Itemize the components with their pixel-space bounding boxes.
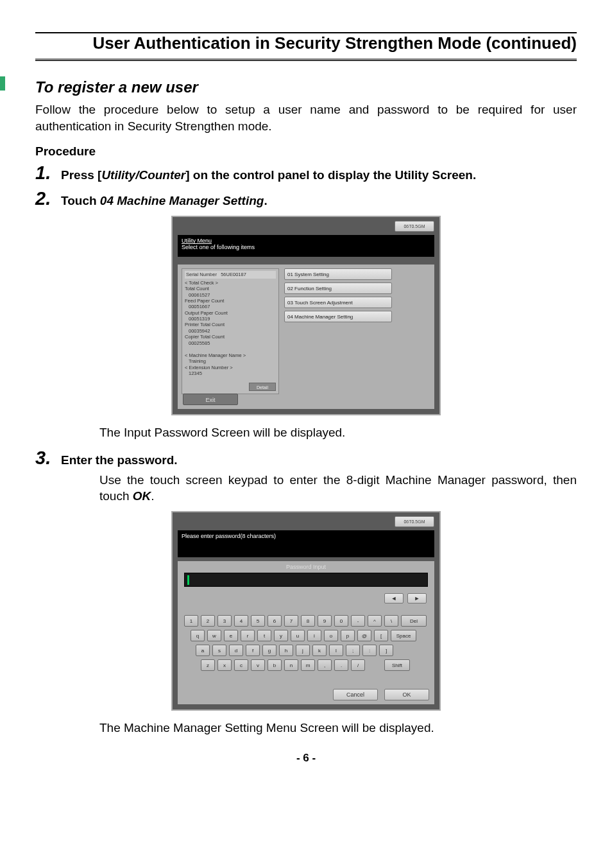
key-bracket-open[interactable]: [ — [374, 630, 388, 641]
step-3-body-em: OK — [133, 489, 151, 503]
utility-menu-buttons: 01 System Setting 02 Function Setting 03… — [284, 268, 392, 325]
section-subtitle: To register a new user — [35, 78, 577, 96]
step-1-text: Press [Utility/Counter] on the control p… — [61, 167, 577, 184]
printer-total-label: Printer Total Count — [185, 322, 276, 327]
exit-button[interactable]: Exit — [183, 394, 238, 405]
utility-menu-body: Serial Number 56UE00187 < Total Check > … — [178, 265, 434, 409]
key-e[interactable]: e — [224, 630, 238, 641]
serial-number-value: 56UE00187 — [221, 272, 246, 277]
key-4[interactable]: 4 — [234, 615, 248, 627]
key-l[interactable]: l — [329, 645, 343, 656]
key-7[interactable]: 7 — [284, 615, 298, 627]
key-a[interactable]: a — [196, 645, 210, 656]
key-bracket-close[interactable]: ] — [379, 645, 393, 656]
machine-manager-name-value: Training — [185, 358, 276, 364]
key-space[interactable]: Space — [391, 630, 416, 641]
key-n[interactable]: n — [284, 659, 298, 671]
step-3: 3. Enter the password. — [35, 447, 577, 469]
key-h[interactable]: h — [279, 645, 293, 656]
copier-total-label: Copier Total Count — [185, 334, 276, 340]
ok-button[interactable]: OK — [384, 689, 429, 700]
key-k[interactable]: k — [312, 645, 327, 656]
password-input-field[interactable] — [184, 573, 428, 587]
key-backslash[interactable]: \ — [384, 615, 398, 627]
key-2[interactable]: 2 — [201, 615, 215, 627]
cursor-right-button[interactable]: ► — [407, 593, 427, 603]
header-underline — [35, 58, 577, 61]
counter-info-panel: Serial Number 56UE00187 < Total Check > … — [182, 268, 279, 394]
keyboard-row-4: z x c v b n m , . / Shift — [184, 659, 428, 671]
after-shot2-text: The Machine Manager Setting Menu Screen … — [99, 720, 577, 736]
key-1[interactable]: 1 — [184, 615, 198, 627]
copier-total-value: 00025585 — [185, 340, 276, 346]
key-x[interactable]: x — [217, 659, 232, 671]
detail-button[interactable]: Detail — [249, 383, 276, 391]
cancel-button[interactable]: Cancel — [333, 689, 378, 700]
key-minus[interactable]: - — [351, 615, 365, 627]
key-caret[interactable]: ^ — [368, 615, 382, 627]
total-check-label: < Total Check > — [185, 280, 276, 286]
key-y[interactable]: y — [274, 630, 288, 641]
key-o[interactable]: o — [324, 630, 338, 641]
key-0[interactable]: 0 — [334, 615, 348, 627]
menu-02-function-setting[interactable]: 02 Function Setting — [284, 282, 392, 294]
key-i[interactable]: i — [307, 630, 321, 641]
key-u[interactable]: u — [291, 630, 305, 641]
key-8[interactable]: 8 — [301, 615, 315, 627]
key-s[interactable]: s — [212, 645, 226, 656]
password-title-bar: Please enter password(8 characters) — [178, 530, 434, 557]
key-b[interactable]: b — [268, 659, 282, 671]
step-2-number: 2. — [35, 188, 61, 209]
key-q[interactable]: q — [191, 630, 205, 641]
key-period[interactable]: . — [334, 659, 348, 671]
key-f[interactable]: f — [246, 645, 260, 656]
key-shift[interactable]: Shift — [384, 659, 410, 671]
after-shot1-text: The Input Password Screen will be displa… — [99, 424, 577, 441]
step-1-post: ] on the control panel to display the Ut… — [185, 168, 476, 182]
step-3-number: 3. — [35, 447, 61, 469]
feed-paper-label: Feed Paper Count — [185, 298, 276, 304]
key-colon[interactable]: : — [362, 645, 377, 656]
key-9[interactable]: 9 — [318, 615, 332, 627]
page-number: - 6 - — [35, 752, 577, 765]
section-accent-bar — [35, 74, 577, 74]
menu-01-system-setting[interactable]: 01 System Setting — [284, 268, 392, 280]
menu-03-touch-screen-adjustment[interactable]: 03 Touch Screen Adjustment — [284, 297, 392, 308]
key-slash[interactable]: / — [351, 659, 365, 671]
key-del[interactable]: Del — [401, 615, 427, 627]
keyboard-row-3: a s d f g h j k l ; : ] — [184, 645, 428, 656]
cursor-left-button[interactable]: ◄ — [384, 593, 404, 603]
keyboard-row-1: 1 2 3 4 5 6 7 8 9 0 - ^ \ Del — [184, 615, 428, 627]
printer-total-value: 00035942 — [185, 328, 276, 334]
key-6[interactable]: 6 — [268, 615, 282, 627]
extension-number-label: < Extension Number > — [185, 365, 276, 370]
text-cursor — [187, 575, 189, 585]
key-3[interactable]: 3 — [217, 615, 232, 627]
key-p[interactable]: p — [341, 630, 355, 641]
utility-menu-screenshot: 06T0.5GM Utility Menu Select one of foll… — [171, 216, 441, 415]
output-paper-value: 00051319 — [185, 316, 276, 322]
step-2-em: 04 Machine Manager Setting — [100, 194, 264, 207]
step-1-em: Utility/Counter — [101, 168, 185, 182]
key-j[interactable]: j — [296, 645, 310, 656]
key-g[interactable]: g — [262, 645, 276, 656]
total-count-label: Total Count — [185, 286, 276, 291]
menu-04-machine-manager-setting[interactable]: 04 Machine Manager Setting — [284, 311, 392, 322]
password-input-label: Password Input — [286, 564, 326, 570]
key-at[interactable]: @ — [357, 630, 371, 641]
key-z[interactable]: z — [201, 659, 215, 671]
key-w[interactable]: w — [207, 630, 221, 641]
key-r[interactable]: r — [241, 630, 255, 641]
key-5[interactable]: 5 — [251, 615, 265, 627]
key-d[interactable]: d — [229, 645, 243, 656]
key-t[interactable]: t — [257, 630, 271, 641]
key-m[interactable]: m — [301, 659, 315, 671]
key-semicolon[interactable]: ; — [346, 645, 360, 656]
key-v[interactable]: v — [251, 659, 265, 671]
step-1-pre: Press [ — [61, 168, 101, 182]
key-comma[interactable]: , — [318, 659, 332, 671]
utility-menu-subtitle: Select one of following items — [182, 244, 255, 250]
key-c[interactable]: c — [234, 659, 248, 671]
extension-number-value: 12345 — [185, 370, 276, 376]
job-memory-indicator-2: 06T0.5GM — [395, 516, 434, 527]
